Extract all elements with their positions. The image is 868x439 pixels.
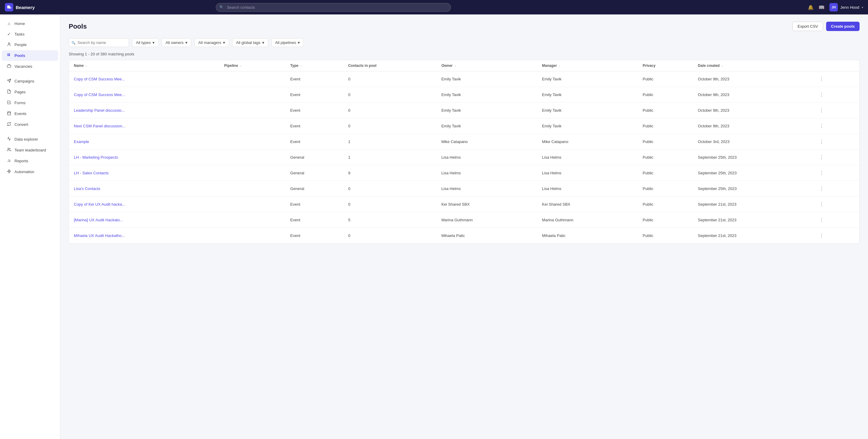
sidebar-item-pages[interactable]: Pages — [2, 87, 58, 97]
sort-icon: ↕ — [240, 64, 241, 67]
col-header-contacts[interactable]: Contacts in pool — [343, 60, 436, 71]
col-header-manager[interactable]: Manager ↕ — [537, 60, 638, 71]
sidebar: ⌂ Home ✓ Tasks People Pools Vacancies Ca… — [0, 14, 60, 439]
pool-name-link[interactable]: Lisa's Contacts — [74, 187, 100, 191]
col-header-owner[interactable]: Owner ↕ — [436, 60, 537, 71]
row-menu-button[interactable]: ⋮ — [817, 106, 827, 114]
all-pipelines-filter[interactable]: All pipelines ▾ — [271, 38, 304, 47]
cell-owner: Lisa Helms — [436, 150, 537, 165]
pool-name-link[interactable]: Copy of CSM Success Mee... — [74, 77, 125, 81]
data-explorer-icon — [7, 137, 11, 142]
col-header-type[interactable]: Type ↕ — [285, 60, 343, 71]
all-managers-filter[interactable]: All managers ▾ — [194, 38, 229, 47]
cell-pipeline — [219, 212, 285, 228]
export-csv-button[interactable]: Export CSV — [792, 22, 823, 31]
col-header-name[interactable]: Name ↕ — [69, 60, 219, 71]
pool-name-link[interactable]: Copy of CSM Success Mee... — [74, 93, 125, 97]
row-menu-button[interactable]: ⋮ — [817, 91, 827, 99]
cell-type: General — [285, 181, 343, 197]
col-header-pipeline[interactable]: Pipeline ↕ — [219, 60, 285, 71]
cell-date-created: September 21st, 2023 — [693, 212, 812, 228]
cell-type: General — [285, 165, 343, 181]
row-menu-button[interactable]: ⋮ — [817, 122, 827, 130]
cell-manager: Marina Guthmann — [537, 212, 638, 228]
pool-name-link[interactable]: Example — [74, 139, 89, 144]
sidebar-item-pools[interactable]: Pools — [2, 50, 58, 61]
col-header-date-created[interactable]: Date created ↕ — [693, 60, 812, 71]
main-content: Pools Export CSV Create pools 🔍 All type… — [60, 14, 868, 439]
cell-contacts: 0 — [343, 87, 436, 103]
cell-manager: Lisa Helms — [537, 181, 638, 197]
svg-marker-11 — [7, 170, 11, 173]
cell-row-actions: ⋮ — [812, 71, 859, 87]
row-menu-button[interactable]: ⋮ — [817, 184, 827, 193]
row-menu-button[interactable]: ⋮ — [817, 138, 827, 146]
row-menu-button[interactable]: ⋮ — [817, 216, 827, 224]
header-actions: Export CSV Create pools — [792, 22, 860, 31]
logo[interactable]: Beamery — [5, 3, 35, 11]
cell-row-actions: ⋮ — [812, 103, 859, 118]
pool-name-link[interactable]: Mihaela UX Audit Hackatho... — [74, 233, 125, 238]
table-row: Mihaela UX Audit Hackatho... Event 0 Mih… — [69, 228, 859, 244]
pool-name-link[interactable]: LH - Sales Contacts — [74, 171, 109, 175]
sidebar-item-events[interactable]: Events — [2, 108, 58, 119]
cell-date-created: September 25th, 2023 — [693, 181, 812, 197]
table-row: LH - Sales Contacts General 9 Lisa Helms… — [69, 165, 859, 181]
sidebar-item-home[interactable]: ⌂ Home — [2, 19, 58, 29]
top-navigation: Beamery 🔍 🔔 📖 JH Jenn Hood ▾ — [0, 0, 868, 14]
sidebar-item-campaigns[interactable]: Campaigns — [2, 76, 58, 87]
sidebar-item-automation[interactable]: Automation — [2, 167, 58, 177]
all-pipelines-label: All pipelines — [275, 40, 296, 45]
chevron-down-icon: ▾ — [223, 40, 225, 45]
sidebar-item-convert[interactable]: Convert — [2, 119, 58, 130]
pool-name-link[interactable]: Copy of Kei UX Audit hacka... — [74, 202, 125, 207]
cell-name: Mihaela UX Audit Hackatho... — [69, 228, 219, 244]
pool-name-link[interactable]: [Marina] UX Audit Hackato... — [74, 218, 123, 222]
pools-icon — [7, 53, 11, 58]
row-menu-button[interactable]: ⋮ — [817, 75, 827, 83]
sidebar-item-data-explorer[interactable]: Data explorer — [2, 134, 58, 144]
svg-rect-3 — [7, 112, 11, 115]
all-types-filter[interactable]: All types ▾ — [132, 38, 158, 47]
global-search[interactable]: 🔍 — [216, 3, 451, 12]
row-menu-button[interactable]: ⋮ — [817, 153, 827, 161]
sidebar-item-people[interactable]: People — [2, 39, 58, 50]
user-menu[interactable]: JH Jenn Hood ▾ — [830, 3, 863, 11]
bookmarks-button[interactable]: 📖 — [818, 4, 825, 10]
cell-owner: Emily Tavik — [436, 87, 537, 103]
cell-name: Next CSM Panel discussion... — [69, 118, 219, 134]
pool-name-link[interactable]: Next CSM Panel discussion... — [74, 124, 125, 128]
name-search[interactable]: 🔍 — [69, 38, 129, 47]
search-by-name-input[interactable] — [69, 38, 129, 47]
sidebar-item-vacancies[interactable]: Vacancies — [2, 61, 58, 72]
row-menu-button[interactable]: ⋮ — [817, 232, 827, 240]
row-menu-button[interactable]: ⋮ — [817, 200, 827, 208]
pool-name-link[interactable]: Leadership Panel discussio... — [74, 108, 125, 112]
sidebar-item-team-leaderboard[interactable]: Team leaderboard — [2, 145, 58, 155]
cell-name: [Marina] UX Audit Hackato... — [69, 212, 219, 228]
cell-contacts: 0 — [343, 197, 436, 212]
cell-pipeline — [219, 134, 285, 150]
pages-icon — [7, 90, 11, 95]
notifications-button[interactable]: 🔔 — [808, 4, 814, 10]
cell-owner: Emily Tavik — [436, 71, 537, 87]
pool-name-link[interactable]: LH - Marketing Prospects — [74, 155, 118, 160]
cell-privacy: Public — [638, 134, 693, 150]
all-owners-filter[interactable]: All owners ▾ — [161, 38, 191, 47]
all-global-tags-filter[interactable]: All global tags ▾ — [232, 38, 268, 47]
cell-date-created: September 25th, 2023 — [693, 150, 812, 165]
table-row: Next CSM Panel discussion... Event 0 Emi… — [69, 118, 859, 134]
chevron-down-icon: ▾ — [262, 40, 264, 45]
cell-row-actions: ⋮ — [812, 118, 859, 134]
row-menu-button[interactable]: ⋮ — [817, 169, 827, 177]
sidebar-item-tasks[interactable]: ✓ Tasks — [2, 29, 58, 39]
table-row: [Marina] UX Audit Hackato... Event 5 Mar… — [69, 212, 859, 228]
search-input[interactable] — [216, 3, 451, 12]
cell-type: Event — [285, 228, 343, 244]
cell-pipeline — [219, 165, 285, 181]
col-header-privacy[interactable]: Privacy — [638, 60, 693, 71]
sidebar-item-forms[interactable]: Forms — [2, 98, 58, 108]
sidebar-item-reports[interactable]: Reports — [2, 156, 58, 166]
create-pools-button[interactable]: Create pools — [826, 22, 860, 31]
sort-icon: ↕ — [721, 64, 723, 67]
